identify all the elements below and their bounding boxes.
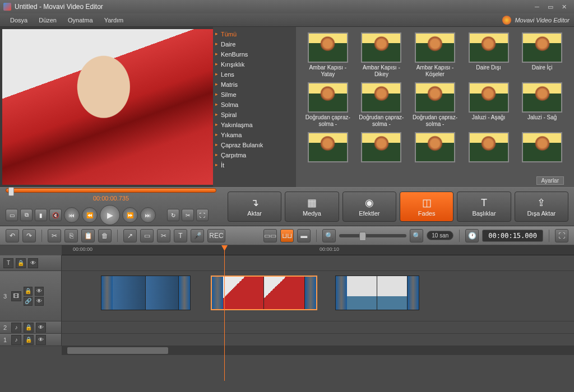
play-button[interactable]: ▶ <box>100 205 120 225</box>
effect-item[interactable]: Ambar Kapısı - Köşeler <box>411 32 459 78</box>
transition-handle[interactable] <box>305 277 316 309</box>
video-clip[interactable] <box>101 276 191 310</box>
category-list[interactable]: TümüDaireKenBurnsKırışıklıkLensMatrisSil… <box>213 27 296 187</box>
timeline[interactable]: 00:00:0000:00:10 T 🔒 👁 3 🎞 🔒 🔗 👁 👁 30336… <box>0 245 574 392</box>
timeline-ruler[interactable]: 00:00:0000:00:10 <box>62 245 574 255</box>
main-efektler-button[interactable]: ◉Efektler <box>342 192 396 222</box>
transition-handle[interactable] <box>179 276 190 310</box>
category-item[interactable]: Daire <box>213 39 296 49</box>
view-mode-2[interactable]: ⊔⊔ <box>280 229 294 242</box>
lock-icon[interactable]: 🔒 <box>24 323 34 333</box>
loop-button[interactable]: ↻ <box>167 209 179 221</box>
tool-arrow[interactable]: ↗ <box>123 229 137 242</box>
fullscreen-button[interactable]: ⛶ <box>196 209 209 221</box>
cut-button[interactable]: ✂ <box>48 229 61 242</box>
forward-button[interactable]: ⏩ <box>122 207 138 223</box>
main-aktar-button[interactable]: ↴Aktar <box>228 192 281 222</box>
lock-icon[interactable]: 🔒 <box>24 335 34 345</box>
tool-split[interactable]: ✂ <box>157 229 170 242</box>
effects-settings-button[interactable]: Ayarlar <box>536 176 564 185</box>
redo-button[interactable]: ↷ <box>22 229 36 242</box>
effect-item[interactable]: Daire İçi <box>518 32 566 78</box>
filmstrip-button[interactable]: ▮ <box>35 209 47 221</box>
category-item[interactable]: Solma <box>213 100 296 110</box>
lock-icon[interactable]: 🔒 <box>16 258 26 268</box>
category-item[interactable]: KenBurns <box>213 49 296 59</box>
category-item[interactable]: Çarpıtma <box>213 150 296 160</box>
timeline-scrollbar[interactable] <box>62 346 574 355</box>
effect-item[interactable] <box>358 132 406 178</box>
eye-icon[interactable]: 👁 <box>28 258 38 268</box>
video-clip[interactable] <box>335 276 419 310</box>
category-item[interactable]: Kırışıklık <box>213 59 296 69</box>
transition-handle[interactable] <box>212 277 223 309</box>
tool-group[interactable]: ▭ <box>140 229 154 242</box>
zoom-in-button[interactable]: 🔍 <box>410 229 423 242</box>
zoom-out-button[interactable]: 🔍 <box>322 229 336 242</box>
paste-button[interactable]: 📋 <box>81 229 95 242</box>
category-item[interactable]: İt <box>213 160 296 170</box>
main-dışa-aktar-button[interactable]: ⇪Dışa Aktar <box>515 192 568 222</box>
link-icon[interactable]: 🔗 <box>24 297 33 306</box>
menu-oynatma[interactable]: Oynatma <box>62 15 99 26</box>
minimize-button[interactable]: ─ <box>530 2 544 11</box>
category-item[interactable]: Silme <box>213 90 296 100</box>
copy-button[interactable]: ⎘ <box>64 229 78 242</box>
timeline-timecode[interactable]: 00:00:15.000 <box>482 230 543 242</box>
effect-item[interactable]: Doğrudan çapraz-solma - <box>411 82 459 128</box>
mute-button[interactable]: 🔇 <box>49 209 62 221</box>
tool-audio[interactable]: 🎤 <box>191 229 204 242</box>
main-medya-button[interactable]: ▦Medya <box>285 192 339 222</box>
delete-button[interactable]: 🗑 <box>98 229 112 242</box>
effect-item[interactable]: Ambar Kapısı - Yatay <box>304 32 352 78</box>
category-item[interactable]: Lens <box>213 69 296 80</box>
eye-icon[interactable]: 👁 <box>36 335 46 345</box>
category-item[interactable]: Yakınlaşma <box>213 120 296 130</box>
main-başlıklar-button[interactable]: TBaşlıklar <box>457 192 511 222</box>
scrollbar-thumb[interactable] <box>67 347 168 354</box>
transition-handle[interactable] <box>101 276 113 310</box>
view-mode-1[interactable]: ▭▭ <box>263 229 277 242</box>
view-mode-3[interactable]: ▬ <box>297 229 311 242</box>
effect-item[interactable]: Jaluzi - Sağ <box>518 82 566 128</box>
video-clip[interactable] <box>211 276 317 310</box>
transition-handle[interactable] <box>408 276 419 310</box>
playhead[interactable] <box>224 245 225 381</box>
effect-item[interactable]: Daire Dışı <box>465 32 513 78</box>
undo-button[interactable]: ↶ <box>6 229 19 242</box>
effect-item[interactable] <box>304 132 352 178</box>
snapshot-button[interactable]: ✂ <box>182 209 194 221</box>
effect-item[interactable]: Doğrudan çapraz-solma - <box>358 82 406 128</box>
transition-handle[interactable] <box>336 276 347 310</box>
tool-rec[interactable]: REC <box>207 229 225 242</box>
category-item[interactable]: Yıkama <box>213 130 296 140</box>
aspect-button[interactable]: ▭ <box>6 209 18 221</box>
category-item[interactable]: Tümü <box>213 29 296 39</box>
expand-button[interactable]: ⛶ <box>555 229 568 242</box>
eye-icon[interactable]: 👁 <box>36 323 46 333</box>
zoom-slider[interactable] <box>339 234 406 237</box>
seek-slider[interactable] <box>6 188 216 193</box>
menu-düzen[interactable]: Düzen <box>33 15 62 26</box>
category-item[interactable]: Spiral <box>213 110 296 120</box>
close-button[interactable]: ✕ <box>557 2 571 11</box>
clock-icon[interactable]: 🕐 <box>465 229 479 242</box>
next-button[interactable]: ⏭ <box>140 207 156 223</box>
effect-item[interactable] <box>411 132 459 178</box>
tool-text[interactable]: T <box>174 229 187 242</box>
prev-button[interactable]: ⏮ <box>64 207 80 223</box>
eye-icon[interactable]: 👁 <box>35 287 44 296</box>
effect-item[interactable] <box>518 132 566 178</box>
maximize-button[interactable]: ▭ <box>544 2 557 11</box>
effect-item[interactable]: Jaluzi - Aşağı <box>465 82 513 128</box>
category-item[interactable]: Matris <box>213 80 296 90</box>
effect-item[interactable]: Ambar Kapısı - Dikey <box>358 32 406 78</box>
menu-yardım[interactable]: Yardım <box>99 15 129 26</box>
effect-item[interactable] <box>465 132 513 178</box>
effect-item[interactable]: Doğrudan çapraz-solma - <box>304 82 352 128</box>
lock-icon[interactable]: 🔒 <box>24 287 33 296</box>
menu-dosya[interactable]: Dosya <box>4 15 33 26</box>
category-item[interactable]: Çapraz Bulanık <box>213 140 296 150</box>
crop-button[interactable]: ⧉ <box>20 209 33 221</box>
zoom-duration[interactable]: 10 san <box>427 231 453 240</box>
